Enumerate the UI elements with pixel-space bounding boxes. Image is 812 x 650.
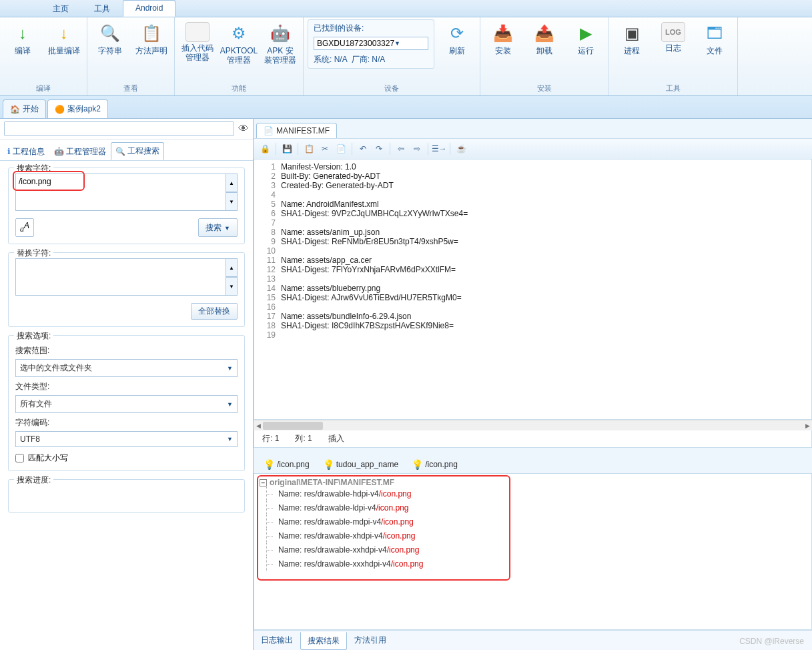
bottom-tabs: 日志输出搜索结果方法引用 xyxy=(254,630,812,650)
ribbon-group-设备: 已找到的设备:BGXDU18723003327▼系统: N/A 厂商: N/A⟳… xyxy=(304,17,480,95)
code-line: 16 xyxy=(254,302,811,312)
hint-item[interactable]: 💡/icon.png xyxy=(259,457,314,472)
save-icon[interactable]: 💾 xyxy=(280,141,294,156)
file-button[interactable]: 🗔文件 xyxy=(696,19,733,58)
replace-chars-label: 替换字符: xyxy=(14,248,53,259)
ws-tab-start[interactable]: 🏠开始 xyxy=(3,99,46,118)
copy-icon[interactable]: 📋 xyxy=(302,141,316,156)
result-item[interactable]: Name: res/drawable-xxxhdpi-v4/icon.png xyxy=(260,557,806,571)
code-line: 12SHA1-Digest: 7FlYoYrxNhjaFARvM6dPxXXtl… xyxy=(254,265,811,274)
search-input[interactable] xyxy=(15,174,238,211)
scope-combo[interactable]: 选中的文件或文件夹▼ xyxy=(15,359,238,377)
apk-install-button[interactable]: 🤖APK 安装管理器 xyxy=(262,19,299,67)
file-tab-manifest[interactable]: 📄 MANIFEST.MF xyxy=(256,123,337,138)
eye-icon[interactable]: 👁 xyxy=(238,123,249,135)
encoding-combo[interactable]: UTF8▼ xyxy=(15,431,238,447)
top-tabs: 主页工具Android xyxy=(0,0,812,17)
run-icon: ▶ xyxy=(574,22,597,45)
code-editor[interactable]: 1Manifest-Version: 1.02Built-By: Generat… xyxy=(254,159,812,420)
result-item[interactable]: Name: res/drawable-xhdpi-v4/icon.png xyxy=(260,529,806,543)
match-case-checkbox[interactable] xyxy=(15,454,24,462)
proj-info-icon: ℹ xyxy=(7,147,11,156)
device-select[interactable]: BGXDU18723003327▼ xyxy=(314,37,428,50)
redo-icon[interactable]: ↷ xyxy=(372,141,386,156)
spin-down-icon[interactable]: ▼ xyxy=(226,277,238,296)
method-decl-button[interactable]: 📋方法声明 xyxy=(133,19,170,58)
replace-all-button[interactable]: 全部替换 xyxy=(191,303,238,320)
ribbon-group-功能: 插入代码管理器⚙APKTOOL管理器🤖APK 安装管理器功能 xyxy=(175,17,304,95)
list-icon[interactable]: ☰→ xyxy=(432,141,446,156)
bottom-tab-日志输出[interactable]: 日志输出 xyxy=(254,632,300,650)
install-button[interactable]: 📥安装 xyxy=(484,19,522,58)
forward-icon[interactable]: ⇨ xyxy=(410,141,424,156)
ribbon-group-查看: 🔍字符串📋方法声明查看 xyxy=(87,17,175,95)
java-icon[interactable]: ☕ xyxy=(454,141,468,156)
refresh-button[interactable]: ⟳刷新 xyxy=(438,19,476,58)
bottom-tab-方法引用[interactable]: 方法引用 xyxy=(347,632,394,650)
code-line: 3Created-By: Generated-by-ADT xyxy=(254,181,811,190)
hint-item[interactable]: 💡/icon.png xyxy=(407,457,462,472)
refresh-icon: ⟳ xyxy=(446,22,468,45)
undo-icon[interactable]: ↶ xyxy=(356,141,370,156)
batch-compile-button[interactable]: ↓批量编译 xyxy=(45,19,83,58)
replace-input[interactable] xyxy=(15,258,238,296)
log-button[interactable]: LOG日志 xyxy=(655,19,692,55)
scroll-right-icon[interactable]: ▶ xyxy=(803,420,812,431)
search-options-label: 搜索选项: xyxy=(14,330,53,342)
result-item[interactable]: Name: res/drawable-hdpi-v4/icon.png xyxy=(260,487,806,501)
hint-item[interactable]: 💡tudou_app_name xyxy=(318,457,403,472)
ribbon-group-安装: 📥安装📤卸载▶运行安装 xyxy=(480,17,609,95)
result-item[interactable]: Name: res/drawable-xxhdpi-v4/icon.png xyxy=(260,543,806,557)
lock-icon[interactable]: 🔒 xyxy=(258,141,272,156)
result-list[interactable]: −original\META-INF\MANIFEST.MFName: res/… xyxy=(254,473,812,630)
proj-mgr-icon: 🤖 xyxy=(54,147,64,156)
file-icon: 🗔 xyxy=(703,22,726,45)
code-line: 8Name: assets/anim_up.json xyxy=(254,228,811,237)
compile-button[interactable]: ↓编译 xyxy=(4,19,41,58)
quick-search-input[interactable] xyxy=(4,121,234,136)
main-split: 👁 ℹ工程信息🤖工程管理器🔍工程搜索 搜索字符: ▲▼ aA 搜索▼ 替换字符: xyxy=(0,119,812,650)
insert-code-button[interactable]: 插入代码管理器 xyxy=(179,19,216,65)
hscrollbar[interactable]: ◀ ▶ xyxy=(254,420,812,430)
batch-compile-icon: ↓ xyxy=(53,22,75,45)
result-item[interactable]: Name: res/drawable-ldpi-v4/icon.png xyxy=(260,501,806,515)
log-icon: LOG xyxy=(661,22,685,42)
results-panel: 💡/icon.png💡tudou_app_name💡/icon.png −ori… xyxy=(254,456,812,650)
search-button[interactable]: 搜索▼ xyxy=(198,218,238,237)
right-pane: 📄 MANIFEST.MF 🔒 💾 📋 ✂ 📄 ↶ ↷ ⇦ ⇨ ☰→ ☕ 1Ma… xyxy=(254,119,812,650)
ribbon-group-label: 设备 xyxy=(308,83,476,94)
scroll-thumb[interactable] xyxy=(263,422,323,430)
back-icon[interactable]: ⇦ xyxy=(394,141,408,156)
bottom-tab-搜索结果[interactable]: 搜索结果 xyxy=(300,632,347,650)
side-tab-proj-mgr[interactable]: 🤖工程管理器 xyxy=(49,142,111,160)
run-button[interactable]: ▶运行 xyxy=(567,19,604,58)
install-icon: 📥 xyxy=(492,22,514,45)
apktool-button[interactable]: ⚙APKTOOL管理器 xyxy=(220,19,258,67)
spin-up-icon[interactable]: ▲ xyxy=(226,174,238,192)
process-button[interactable]: ▣进程 xyxy=(613,19,651,58)
side-tab-proj-info[interactable]: ℹ工程信息 xyxy=(3,142,49,160)
scroll-left-icon[interactable]: ◀ xyxy=(254,420,263,431)
ribbon-group-label: 查看 xyxy=(91,83,170,94)
match-case-check[interactable]: 匹配大小写 xyxy=(15,452,238,464)
result-root[interactable]: −original\META-INF\MANIFEST.MF xyxy=(260,478,806,487)
bulb-icon: 💡 xyxy=(412,459,423,470)
result-item[interactable]: Name: res/drawable-mdpi-v4/icon.png xyxy=(260,515,806,529)
spin-down-icon[interactable]: ▼ xyxy=(226,192,238,211)
cut-icon[interactable]: ✂ xyxy=(318,141,332,156)
top-tab-工具[interactable]: 工具 xyxy=(81,0,123,17)
collapse-icon[interactable]: − xyxy=(260,479,267,486)
top-tab-Android[interactable]: Android xyxy=(123,0,175,17)
strings-button[interactable]: 🔍字符串 xyxy=(91,19,129,58)
font-button[interactable]: aA xyxy=(15,218,34,237)
spin-up-icon[interactable]: ▲ xyxy=(226,258,238,277)
ribbon: ↓编译↓批量编译编译🔍字符串📋方法声明查看插入代码管理器⚙APKTOOL管理器🤖… xyxy=(0,17,812,96)
filetype-combo[interactable]: 所有文件▼ xyxy=(15,395,238,413)
top-tab-主页[interactable]: 主页 xyxy=(40,0,81,17)
paste-icon[interactable]: 📄 xyxy=(334,141,348,156)
side-tab-proj-search[interactable]: 🔍工程搜索 xyxy=(111,142,164,160)
uninstall-button[interactable]: 📤卸载 xyxy=(526,19,563,58)
ribbon-group-label: 功能 xyxy=(179,83,299,94)
ws-tab-case-apk2[interactable]: 🟠案例apk2 xyxy=(47,99,108,118)
filetype-label: 文件类型: xyxy=(15,381,238,392)
